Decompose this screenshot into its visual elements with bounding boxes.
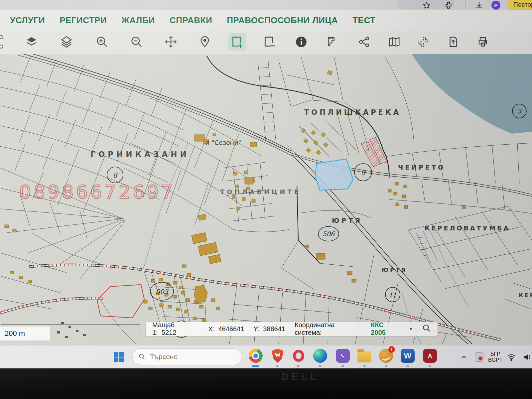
label-toplavicite: ТОПЛАВИЦИТЕ <box>220 188 301 196</box>
main-menu: УСЛУГИ РЕГИСТРИ ЖАЛБИ СПРАВКИ ПРАВОСПОСО… <box>0 10 532 31</box>
restricted-parcels <box>361 137 387 167</box>
locate-button[interactable] <box>196 33 213 51</box>
select-rect-subtract-button[interactable] <box>261 33 278 51</box>
explorer-indicator <box>363 365 366 367</box>
label-yurtya-1: ЮРТЯ <box>332 217 362 224</box>
repeat-button[interactable]: Повтор <box>508 0 532 11</box>
streams <box>143 142 468 344</box>
svg-text:8: 8 <box>113 171 118 179</box>
export-page-icon <box>447 36 460 48</box>
creative-app-icon[interactable]: ! <box>378 348 394 363</box>
windows-start-button[interactable] <box>114 352 124 362</box>
export-button[interactable] <box>445 33 462 51</box>
red-zone-boundary <box>97 285 144 318</box>
acrobat-app-icon[interactable] <box>422 348 438 363</box>
road-network-button[interactable] <box>415 33 432 51</box>
opera-app-icon[interactable] <box>291 348 306 363</box>
zoom-in-button[interactable] <box>93 33 111 51</box>
y-coordinate: Y: 388641 <box>253 325 285 333</box>
measure-button[interactable] <box>324 33 341 51</box>
word-indicator <box>406 365 409 367</box>
volume-icon[interactable] <box>523 345 532 369</box>
zoom-out-icon <box>130 36 143 48</box>
land-boundary <box>207 56 389 178</box>
crs-label: Координатна система: <box>295 321 361 336</box>
extensions-icon[interactable] <box>444 1 453 10</box>
map-canvas[interactable]: 8 9 506 503 11 15 3 ТОПЛИШКАРЕКА ГОРНИКА… <box>0 54 532 345</box>
svg-text:506: 506 <box>323 230 335 237</box>
label-toplishkareka: ТОПЛИШКАРЕКА <box>304 108 401 116</box>
wifi-icon[interactable] <box>507 345 516 369</box>
word-app-icon[interactable]: W <box>400 348 415 363</box>
pan-button[interactable] <box>162 33 180 51</box>
tray-expand-button[interactable] <box>460 345 467 369</box>
opera-indicator <box>297 365 300 367</box>
brave-app-icon[interactable] <box>270 348 285 363</box>
svg-text:3: 3 <box>517 108 522 115</box>
folded-map-icon <box>388 36 401 48</box>
water-body <box>412 54 532 134</box>
basemap-button[interactable] <box>386 33 403 51</box>
crossroads-icon <box>417 36 430 48</box>
cadastral-map[interactable]: 8 9 506 503 11 15 3 ТОПЛИШКАРЕКА ГОРНИКА… <box>0 54 532 345</box>
profile-avatar[interactable]: P <box>491 1 500 10</box>
rect-minus-icon <box>263 36 276 48</box>
laptop-bezel: DELL <box>0 368 532 399</box>
brave-indicator <box>276 365 279 367</box>
windows-taskbar: ! W БГРBGPT <box>0 345 532 369</box>
viber-indicator <box>341 365 344 367</box>
map-status-bar: Мащаб 1: 5212 X: 4646641 Y: 388641 Коорд… <box>146 322 438 336</box>
edge-indicator <box>319 365 321 367</box>
scale-bar: 200 m <box>0 327 50 340</box>
print-button[interactable] <box>474 33 491 51</box>
printer-icon <box>476 36 489 48</box>
place-labels: ТОПЛИШКАРЕКА ГОРНИКАЗАНИ л "Сезони" ТОПЛ… <box>90 108 532 299</box>
notification-badge: ! <box>388 346 395 353</box>
menu-item-test[interactable]: ТЕСТ <box>352 15 375 26</box>
land-boundary-2 <box>297 186 320 263</box>
crs-dropdown-arrow[interactable]: ▼ <box>409 327 413 332</box>
edge-app-icon[interactable] <box>313 348 328 363</box>
label-ker: КЕР <box>519 292 532 299</box>
crs-selector[interactable]: ККС 2005 <box>371 321 399 336</box>
drag-handle[interactable] <box>0 33 5 53</box>
menu-item-zhalbi[interactable]: ЖАЛБИ <box>121 15 155 26</box>
bookmark-star-icon[interactable] <box>422 1 431 10</box>
menu-item-pravosposobni[interactable]: ПРАВОСПОСОБНИ ЛИЦА <box>227 15 338 26</box>
share-nodes-icon <box>358 36 370 48</box>
creative-indicator <box>385 365 387 367</box>
file-explorer-app-icon[interactable] <box>357 348 372 363</box>
zoom-out-button[interactable] <box>128 33 145 51</box>
layers-overview-button[interactable] <box>23 33 40 51</box>
scale-readout: Мащаб 1: 5212 <box>152 321 199 336</box>
share-button[interactable] <box>355 33 373 51</box>
taskbar-search[interactable] <box>132 348 242 365</box>
zoom-in-icon <box>96 36 108 48</box>
chrome-app-icon[interactable] <box>248 348 263 363</box>
menu-item-registri[interactable]: РЕГИСТРИ <box>60 15 107 26</box>
language-indicator[interactable]: БГРBGPT <box>488 345 503 369</box>
viber-app-icon[interactable] <box>335 348 350 363</box>
parcel-number-circles <box>107 104 526 337</box>
label-yurtya-2: ЮРТЯ <box>382 267 407 273</box>
search-icon <box>139 353 145 360</box>
browser-toolbar: P Повтор <box>0 0 532 10</box>
layers-filled-icon <box>25 36 38 48</box>
search-input[interactable] <box>149 352 224 361</box>
label-cheireto: ЧЕИРЕТО <box>398 164 445 171</box>
measure-icon <box>326 36 339 48</box>
rect-plus-icon <box>231 36 243 48</box>
x-coordinate: X: 4646641 <box>208 325 244 333</box>
menu-item-spravki[interactable]: СПРАВКИ <box>170 15 212 26</box>
map-search-icon[interactable] <box>422 324 431 334</box>
label-gornikazani: ГОРНИКАЗАНИ <box>90 150 190 159</box>
selected-parcel[interactable] <box>315 159 353 190</box>
menu-item-uslugi[interactable]: УСЛУГИ <box>10 15 45 26</box>
tray-app-icon[interactable] <box>475 345 483 369</box>
info-button[interactable] <box>293 33 310 51</box>
select-rect-add-button[interactable] <box>228 33 246 51</box>
info-icon <box>295 36 308 48</box>
layers-button[interactable] <box>58 33 75 51</box>
location-pin-icon <box>199 36 211 48</box>
download-icon[interactable] <box>475 1 483 10</box>
